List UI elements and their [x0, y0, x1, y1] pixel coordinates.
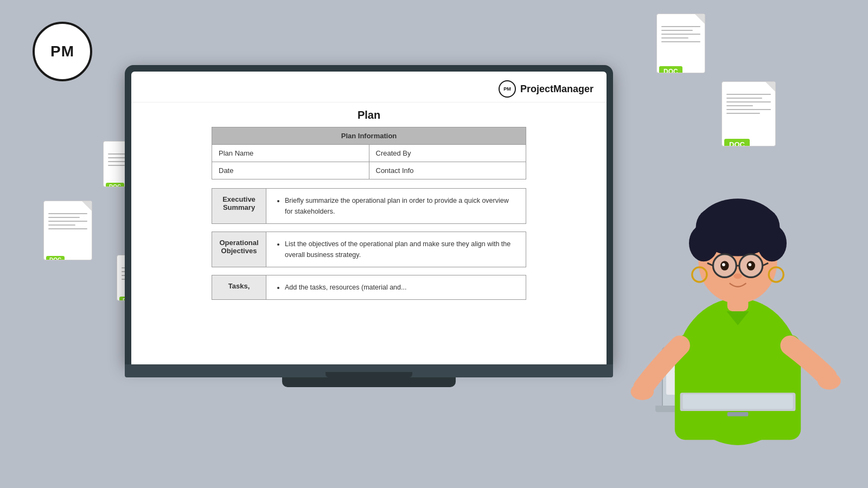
doc-badge: DOC [46, 256, 65, 260]
laptop: PM ProjectManager Plan Plan Information … [125, 65, 613, 387]
doc-line [48, 224, 75, 226]
pm-logo-text: PM [50, 43, 74, 60]
doc-badge: DOC [659, 66, 682, 73]
executive-summary-text: Briefly summarize the operational plan i… [285, 195, 517, 217]
date-label: Date [212, 162, 369, 179]
doc-lines [661, 26, 700, 45]
doc-badge: DOC [106, 183, 124, 187]
doc-header: PM ProjectManager [131, 72, 607, 102]
doc-line [726, 101, 771, 102]
svg-point-3 [818, 373, 841, 389]
doc-icon: DOC [43, 201, 81, 247]
svg-rect-28 [682, 394, 793, 409]
plan-info-header: Plan Information [212, 127, 526, 145]
svg-point-2 [631, 383, 654, 400]
executive-summary-content: Briefly summarize the operational plan i… [266, 189, 526, 224]
executive-summary-label: ExecutiveSummary [212, 189, 266, 224]
doc-line [108, 165, 125, 166]
doc-float-top-right: DOC [656, 14, 694, 60]
doc-float-right-mid: DOC [722, 81, 760, 127]
doc-line [661, 30, 693, 31]
laptop-screen-outer: PM ProjectManager Plan Plan Information … [125, 65, 613, 364]
tasks-label: Tasks, [212, 275, 266, 300]
svg-point-21 [722, 263, 725, 266]
document-content: PM ProjectManager Plan Plan Information … [131, 72, 607, 300]
laptop-screen-inner: PM ProjectManager Plan Plan Information … [131, 72, 607, 364]
svg-point-23 [733, 274, 742, 279]
doc-paper: DOC [656, 14, 705, 73]
pm-brand-circle: PM [499, 80, 516, 98]
tasks-text: Add the tasks, resources (material and..… [285, 282, 517, 293]
doc-line [726, 113, 760, 114]
svg-rect-29 [727, 412, 749, 416]
doc-lines [48, 213, 87, 232]
doc-line [661, 41, 700, 42]
tasks-content: Add the tasks, resources (material and..… [266, 275, 526, 300]
doc-line [726, 105, 753, 106]
doc-line [726, 94, 771, 95]
doc-line [661, 34, 700, 35]
svg-point-11 [712, 201, 764, 238]
contact-info-label: Contact Info [369, 162, 526, 179]
doc-lines [726, 94, 771, 117]
svg-point-22 [748, 263, 751, 266]
doc-line [48, 213, 87, 214]
pm-logo: PM [33, 22, 92, 81]
laptop-base [125, 364, 613, 377]
doc-icon: DOC [656, 14, 694, 60]
created-by-label: Created By [369, 145, 526, 162]
doc-line [48, 217, 80, 218]
doc-line [726, 109, 771, 110]
plan-name-label: Plan Name [212, 145, 369, 162]
operational-objectives-content: List the objectives of the operational p… [266, 232, 526, 267]
doc-float-left-mid: DOC [43, 201, 81, 247]
doc-line [48, 221, 87, 222]
doc-line [48, 228, 87, 229]
doc-line [661, 26, 700, 27]
operational-objectives-label: OperationalObjectives [212, 232, 266, 267]
doc-line [726, 98, 762, 99]
person-illustration [624, 136, 852, 461]
operational-objectives-text: List the objectives of the operational p… [285, 239, 517, 260]
pm-brand: PM ProjectManager [499, 80, 593, 98]
pm-brand-circle-text: PM [503, 86, 511, 92]
executive-summary-section: ExecutiveSummary Briefly summarize the o… [212, 188, 526, 224]
plan-information-table: Plan Information Plan Name Created By Da… [212, 127, 526, 179]
operational-objectives-section: OperationalObjectives List the objective… [212, 232, 526, 267]
doc-icon: DOC [722, 81, 760, 127]
document-title: Plan [131, 102, 607, 127]
doc-paper: DOC [43, 201, 92, 260]
tasks-section: Tasks, Add the tasks, resources (materia… [212, 275, 526, 300]
pm-brand-name: ProjectManager [520, 84, 593, 95]
laptop-foot [282, 377, 456, 387]
doc-line [661, 37, 688, 38]
